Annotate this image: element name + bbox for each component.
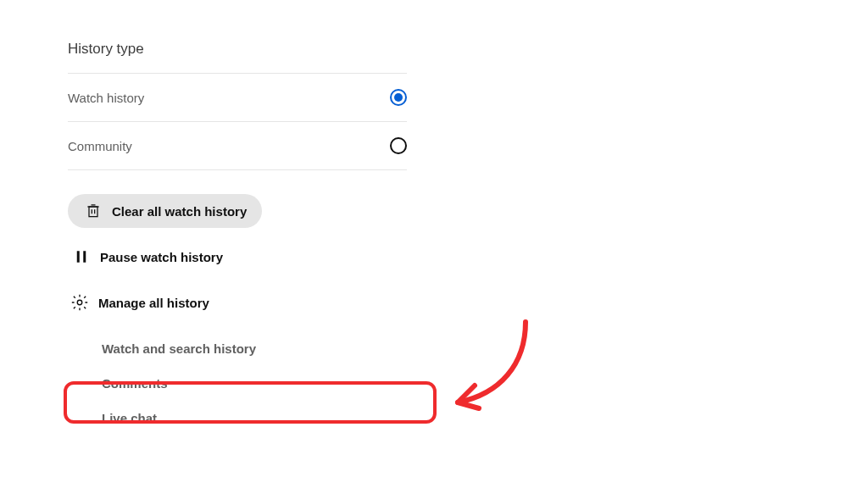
svg-rect-5 (77, 251, 80, 263)
gear-icon (70, 292, 90, 313)
radio-label: Community (68, 139, 132, 153)
panel-title: History type (68, 41, 407, 73)
annotation-arrow-icon (432, 313, 542, 424)
sublink-watch-search-history[interactable]: Watch and search history (102, 331, 407, 366)
radio-unselected-icon (390, 137, 407, 154)
svg-rect-6 (83, 251, 86, 263)
svg-point-7 (77, 300, 82, 305)
pause-watch-history-button[interactable]: Pause watch history (68, 240, 407, 274)
sublink-comments[interactable]: Comments (102, 366, 407, 401)
pause-icon (71, 247, 92, 267)
history-type-panel: History type Watch history Community (68, 41, 407, 435)
sublink-live-chat[interactable]: Live chat (102, 401, 407, 435)
radio-option-watch-history[interactable]: Watch history (68, 74, 407, 121)
manage-all-history-button[interactable]: Manage all history (68, 286, 407, 319)
radio-selected-icon (390, 89, 407, 106)
action-label: Manage all history (98, 296, 209, 310)
radio-label: Watch history (68, 91, 144, 105)
actions-group: Clear all watch history Pause watch hist… (68, 194, 407, 435)
radio-option-community[interactable]: Community (68, 122, 407, 169)
manage-sublinks: Watch and search history Comments Live c… (68, 331, 407, 435)
svg-rect-0 (89, 207, 97, 217)
clear-all-watch-history-button[interactable]: Clear all watch history (68, 194, 407, 228)
action-label: Clear all watch history (112, 204, 247, 219)
divider (68, 169, 407, 170)
trash-icon (83, 201, 103, 221)
action-label: Pause watch history (100, 250, 223, 264)
